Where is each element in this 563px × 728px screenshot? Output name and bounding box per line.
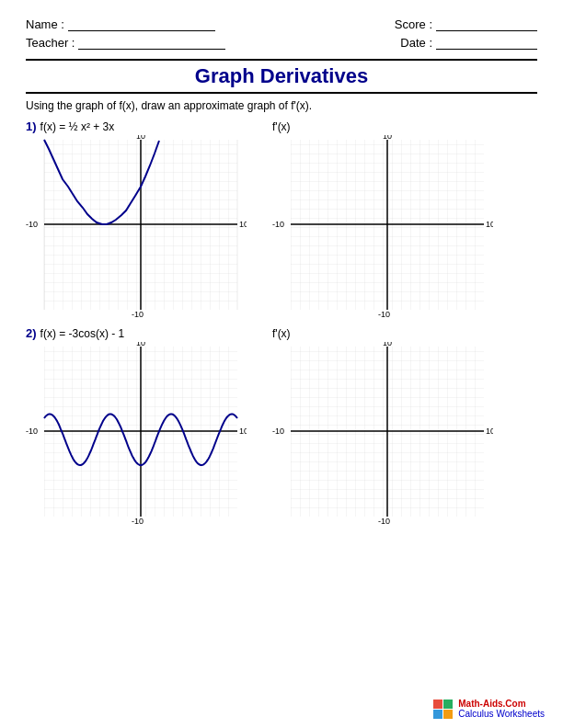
score-underline <box>436 17 537 31</box>
svg-text:-10: -10 <box>378 517 390 526</box>
problem-2-fx: f(x) = -3cos(x) - 1 <box>40 327 125 340</box>
svg-text:-10: -10 <box>272 427 284 436</box>
svg-text:10: 10 <box>136 342 145 347</box>
problem-1-number: 1) <box>26 119 37 133</box>
svg-text:10: 10 <box>486 427 493 436</box>
svg-text:10: 10 <box>239 427 247 436</box>
page: Name : Score : Teacher : Date : Graph De… <box>0 0 563 728</box>
graph-1-fx: 10 -10 10 -10 <box>26 135 247 319</box>
footer: Math-Aids.Com Calculus Worksheets <box>433 699 545 719</box>
problem-2-row: 2) f(x) = -3cos(x) - 1 10 -10 10 -10 <box>26 326 537 526</box>
graph-1-fpx: 10 -10 10 -10 <box>272 135 493 319</box>
svg-text:-10: -10 <box>26 220 38 229</box>
svg-text:10: 10 <box>383 135 392 141</box>
graph-2-fpx: 10 -10 10 -10 <box>272 342 493 526</box>
problem-2-right: f'(x) 10 -10 10 -10 <box>272 326 493 526</box>
svg-text:-10: -10 <box>378 310 390 319</box>
date-label: Date : <box>400 36 432 50</box>
problem-1-fx: f(x) = ½ x² + 3x <box>40 120 115 133</box>
teacher-field: Teacher : <box>26 35 225 50</box>
svg-text:10: 10 <box>239 220 247 229</box>
problem-1-row: 1) f(x) = ½ x² + 3x <box>26 119 537 319</box>
instructions: Using the graph of f(x), draw an approxi… <box>26 99 537 112</box>
svg-text:10: 10 <box>383 342 392 347</box>
svg-text:10: 10 <box>136 135 145 141</box>
footer-text: Math-Aids.Com Calculus Worksheets <box>458 699 545 719</box>
name-field: Name : <box>26 17 215 31</box>
date-field: Date : <box>400 35 537 50</box>
problem-2-number: 2) <box>26 326 37 340</box>
logo-green <box>443 700 453 709</box>
logo-blue <box>433 710 442 719</box>
date-underline <box>436 35 537 50</box>
header-top: Name : Score : <box>26 17 537 31</box>
graph-2-fx: 10 -10 10 -10 <box>26 342 247 526</box>
problem-1-left: 1) f(x) = ½ x² + 3x <box>26 119 247 319</box>
problem-2-left: 2) f(x) = -3cos(x) - 1 10 -10 10 -10 <box>26 326 247 526</box>
svg-text:10: 10 <box>486 220 493 229</box>
teacher-underline <box>78 35 225 50</box>
logo-yellow <box>443 710 453 719</box>
problem-1-fpx: f'(x) <box>272 120 291 133</box>
problem-1-right: f'(x) 10 -10 10 -10 <box>272 119 493 319</box>
logo-grid <box>433 700 453 719</box>
page-title: Graph Derivatives <box>26 59 537 94</box>
header-bottom: Teacher : Date : <box>26 35 537 50</box>
logo-red <box>433 700 442 709</box>
svg-text:-10: -10 <box>132 517 144 526</box>
footer-site: Math-Aids.Com <box>458 699 545 709</box>
score-label: Score : <box>395 17 432 31</box>
svg-text:-10: -10 <box>272 220 284 229</box>
name-underline <box>68 17 215 31</box>
svg-text:-10: -10 <box>132 310 144 319</box>
score-field: Score : <box>395 17 537 31</box>
problem-2-fpx: f'(x) <box>272 327 291 340</box>
name-label: Name : <box>26 17 64 31</box>
footer-worksheet: Calculus Worksheets <box>458 709 545 719</box>
svg-text:-10: -10 <box>26 427 38 436</box>
teacher-label: Teacher : <box>26 36 75 50</box>
